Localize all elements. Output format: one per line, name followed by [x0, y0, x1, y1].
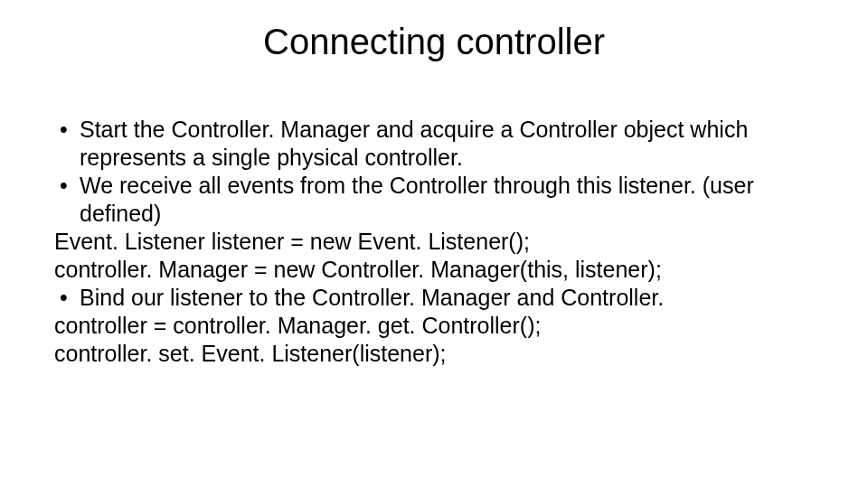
bullet-text: Start the Controller. Manager and acquir…	[80, 116, 814, 172]
bullet-item: • Bind our listener to the Controller. M…	[54, 284, 814, 312]
slide-body: • Start the Controller. Manager and acqu…	[54, 116, 814, 368]
slide: Connecting controller • Start the Contro…	[0, 0, 868, 488]
bullet-text: We receive all events from the Controlle…	[80, 172, 814, 228]
code-line: controller. Manager = new Controller. Ma…	[54, 256, 814, 284]
bullet-item: • Start the Controller. Manager and acqu…	[54, 116, 814, 172]
bullet-icon: •	[54, 284, 80, 312]
code-line: controller = controller. Manager. get. C…	[54, 312, 814, 340]
bullet-icon: •	[54, 172, 80, 200]
code-line: controller. set. Event. Listener(listene…	[54, 340, 814, 368]
bullet-item: • We receive all events from the Control…	[54, 172, 814, 228]
bullet-text: Bind our listener to the Controller. Man…	[80, 284, 814, 312]
code-line: Event. Listener listener = new Event. Li…	[54, 228, 814, 256]
bullet-icon: •	[54, 116, 80, 144]
slide-title: Connecting controller	[0, 22, 868, 62]
